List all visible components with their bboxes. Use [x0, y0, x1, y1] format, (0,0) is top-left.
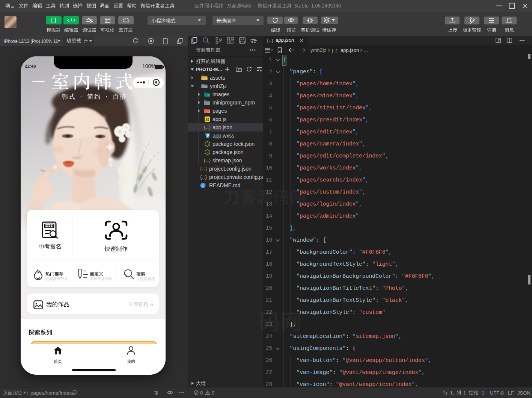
svg-text:{..}: {..}	[204, 125, 211, 130]
svg-text:{..}: {..}	[200, 175, 207, 180]
svg-text:JS: JS	[206, 151, 209, 154]
svg-text:{..}: {..}	[204, 158, 211, 163]
svg-text:{..}: {..}	[200, 166, 207, 171]
svg-text:{..}: {..}	[267, 38, 273, 43]
svg-text:JS: JS	[205, 118, 209, 121]
svg-text:{..}: {..}	[332, 49, 338, 53]
svg-text:JS: JS	[206, 143, 209, 145]
